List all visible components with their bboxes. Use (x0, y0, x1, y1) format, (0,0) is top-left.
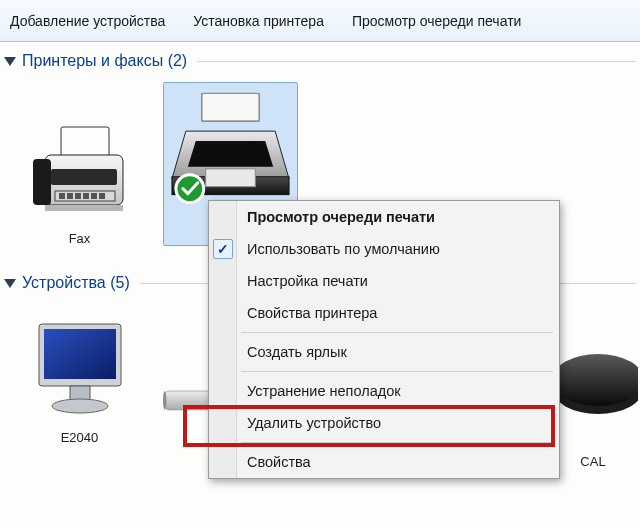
device-fax[interactable]: Fax (12, 105, 147, 246)
svg-point-23 (52, 399, 108, 413)
device-partial-right[interactable]: CAL (548, 308, 638, 469)
ctx-troubleshoot[interactable]: Устранение неполадок (209, 375, 559, 407)
toolbar-add-device[interactable]: Добавление устройства (10, 13, 165, 29)
check-icon: ✓ (213, 239, 233, 259)
section-printers-header[interactable]: Принтеры и факсы (2) (0, 42, 640, 76)
chevron-down-icon (4, 57, 16, 66)
svg-rect-9 (91, 193, 97, 199)
monitor-icon (12, 304, 147, 424)
section-devices-title: Устройства (5) (22, 274, 130, 292)
ctx-set-default-label: Использовать по умолчанию (247, 241, 440, 257)
svg-rect-11 (51, 169, 117, 185)
svg-rect-10 (99, 193, 105, 199)
svg-rect-6 (67, 193, 73, 199)
svg-rect-0 (61, 127, 109, 159)
toolbar-view-queue[interactable]: Просмотр очереди печати (352, 13, 521, 29)
svg-rect-18 (206, 169, 256, 187)
svg-marker-17 (188, 141, 273, 167)
separator (241, 332, 553, 333)
separator (241, 371, 553, 372)
ctx-printer-props[interactable]: Свойства принтера (209, 297, 559, 329)
ctx-open-queue[interactable]: Просмотр очереди печати (209, 201, 559, 233)
ctx-create-shortcut[interactable]: Создать ярлык (209, 336, 559, 368)
context-menu: Просмотр очереди печати ✓ Использовать п… (208, 200, 560, 479)
toolbar-install-printer[interactable]: Установка принтера (193, 13, 324, 29)
ctx-remove-device[interactable]: Удалить устройство (209, 407, 559, 439)
device-label: Fax (12, 231, 147, 246)
device-monitor[interactable]: E2040 (12, 304, 147, 445)
ctx-print-settings[interactable]: Настройка печати (209, 265, 559, 297)
svg-rect-7 (75, 193, 81, 199)
toolbar: Добавление устройства Установка принтера… (0, 0, 640, 42)
device-icon (548, 308, 638, 428)
printer-icon (166, 87, 295, 207)
divider (197, 61, 636, 62)
ctx-properties[interactable]: Свойства (209, 446, 559, 478)
ctx-set-default[interactable]: ✓ Использовать по умолчанию (209, 233, 559, 265)
svg-point-25 (163, 391, 166, 410)
svg-rect-22 (70, 386, 90, 400)
separator (241, 442, 553, 443)
chevron-down-icon (4, 279, 16, 288)
device-label: E2040 (12, 430, 147, 445)
svg-rect-21 (44, 329, 116, 379)
svg-rect-13 (202, 93, 260, 121)
svg-rect-5 (59, 193, 65, 199)
fax-icon (12, 105, 147, 225)
svg-rect-12 (45, 205, 123, 211)
svg-rect-8 (83, 193, 89, 199)
svg-point-19 (176, 175, 204, 203)
device-label: CAL (548, 454, 638, 469)
section-printers-title: Принтеры и факсы (2) (22, 52, 187, 70)
svg-rect-2 (33, 159, 51, 205)
